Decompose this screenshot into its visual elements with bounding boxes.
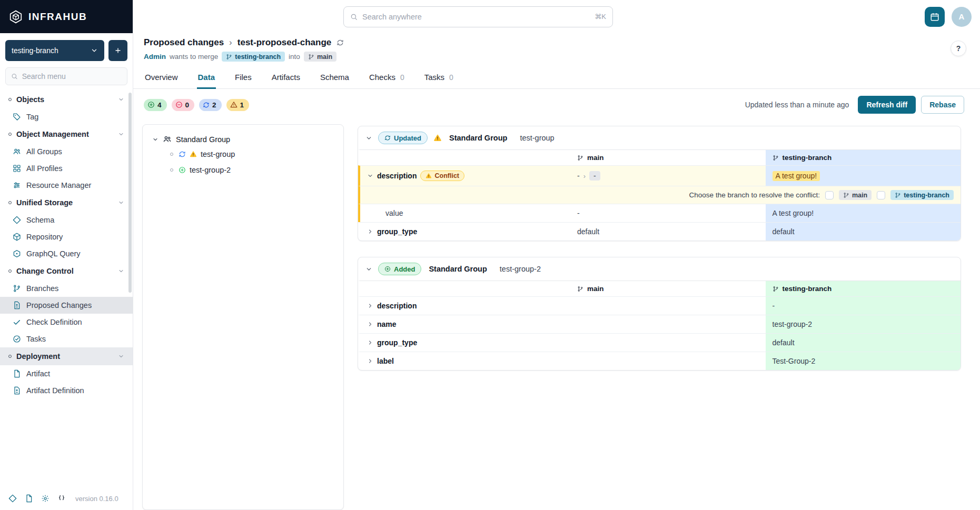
sidebar-item-branches[interactable]: Branches [0,280,133,297]
sidebar-item-repository[interactable]: Repository [0,228,133,245]
conflict-badge: Conflict [420,171,464,181]
add-branch-button[interactable] [108,40,127,61]
tab-label: Overview [145,73,178,82]
branch-selector[interactable]: testing-branch [5,40,104,61]
help-button[interactable]: ? [951,41,966,56]
sidebar-section-object-management[interactable]: Object Management [0,125,133,143]
testing-branch-column-header: testing-branch [766,281,961,296]
field-name: label [377,357,394,365]
sidebar-item-tag[interactable]: Tag [0,108,133,125]
chevron-right-icon [367,228,373,235]
tab-label: Files [235,73,252,82]
brand-name: INFRAHUB [28,11,87,23]
diff-row-description[interactable]: description Conflict - › - A [358,165,961,186]
rebase-button[interactable]: Rebase [921,96,964,114]
tasks-calendar-button[interactable] [925,7,945,27]
tab-schema[interactable]: Schema [319,67,350,89]
diff-toolbar-actions: Updated less than a minute ago Refresh d… [745,96,964,114]
sidebar-menu: Objects Tag Object Management All Groups… [0,89,133,487]
tab-files[interactable]: Files [234,67,253,89]
tab-overview[interactable]: Overview [144,67,179,89]
diff-panel-header[interactable]: Updated Standard Group test-group [358,126,961,149]
file-icon[interactable] [25,494,33,503]
resolve-testing-branch-checkbox[interactable] [877,191,885,199]
object-type-label: Standard Group [449,134,507,142]
sidebar-item-artifact-definition[interactable]: Artifact Definition [0,382,133,399]
sidebar-item-graphql-query[interactable]: GraphQL Query [0,245,133,262]
merge-into-text: into [289,53,300,61]
merge-author: Admin [144,53,166,61]
tree-node-label: Standard Group [176,135,230,144]
field-name: group_type [377,227,417,236]
merge-text: wants to merge [170,53,218,61]
sidebar: INFRAHUB testing-branch Objects [0,0,133,510]
docs-icon[interactable] [8,494,17,503]
field-name: value [360,204,570,222]
branch-value-cell: - [766,297,961,315]
section-bullet-icon [8,133,12,136]
sidebar-section-objects[interactable]: Objects [0,91,133,108]
main-value-cell [570,334,766,352]
tree-node-test-group-2[interactable]: test-group-2 [148,162,338,178]
menu-item-label: Branches [26,284,58,293]
field-column-header [360,150,570,165]
removed-count: 0 [185,101,190,109]
sidebar-item-check-definition[interactable]: Check Definition [0,314,133,331]
menu-item-label: GraphQL Query [26,249,81,258]
sidebar-section-deployment[interactable]: Deployment [0,347,133,365]
diff-row-group-type[interactable]: group_type default default [358,222,961,241]
menu-search[interactable] [5,67,127,85]
check-circle-icon [13,335,21,343]
branch-value-cell: A test group! [766,166,961,186]
main-column-header: main [570,281,766,296]
diff-row-group-type[interactable]: group_type default [358,333,961,352]
global-search-input[interactable] [362,13,590,21]
refresh-icon[interactable] [336,39,344,46]
sidebar-item-artifact[interactable]: Artifact [0,365,133,382]
section-label: Objects [16,95,44,104]
breadcrumb-parent[interactable]: Proposed changes [144,37,224,48]
diff-row-name[interactable]: name test-group-2 [358,315,961,333]
search-icon [11,73,18,80]
avatar[interactable]: A [952,7,972,27]
version-label: version 0.16.0 [75,495,118,503]
tree-node-label: test-group [201,150,235,158]
code-icon[interactable] [57,494,66,503]
tab-artifacts[interactable]: Artifacts [271,67,301,89]
sidebar-item-all-groups[interactable]: All Groups [0,143,133,160]
conflict-warning-icon [190,151,197,158]
diff-panel-header[interactable]: Added Standard Group test-group-2 [358,257,961,281]
tab-tasks[interactable]: Tasks0 [423,67,454,89]
tree-node-test-group[interactable]: test-group [148,146,338,162]
diff-row-label[interactable]: label Test-Group-2 [358,352,961,370]
sidebar-item-all-profiles[interactable]: All Profiles [0,160,133,177]
branch-selector-row: testing-branch [0,33,133,66]
field-name: description [377,172,417,180]
sidebar-item-resource-manager[interactable]: Resource Manager [0,177,133,194]
tab-data[interactable]: Data [197,67,216,89]
branch-icon [773,155,779,161]
sidebar-item-tasks[interactable]: Tasks [0,331,133,347]
sidebar-scrollbar[interactable] [128,93,132,293]
global-search[interactable]: ⌘K [343,6,613,27]
resolve-main-checkbox[interactable] [825,191,834,199]
tree-node-standard-group[interactable]: Standard Group [148,132,338,146]
sidebar-section-unified-storage[interactable]: Unified Storage [0,194,133,212]
branch-icon [13,284,21,293]
tab-checks[interactable]: Checks0 [368,67,405,89]
menu-search-input[interactable] [22,72,122,81]
object-type-label: Standard Group [429,265,487,273]
updated-count: 2 [212,101,216,109]
tab-label: Artifacts [272,73,300,82]
menu-item-label: Check Definition [26,318,82,326]
diff-row-description[interactable]: description - [358,296,961,315]
menu-item-label: Schema [26,216,54,224]
sidebar-item-schema[interactable]: Schema [0,212,133,228]
source-branch-badge: testing-branch [222,52,285,62]
diff-panel-test-group: Updated Standard Group test-group main [358,126,961,241]
gear-icon[interactable] [41,494,50,503]
refresh-diff-button[interactable]: Refresh diff [858,96,916,114]
branch-icon [577,286,583,292]
sidebar-section-change-control[interactable]: Change Control [0,262,133,280]
sidebar-item-proposed-changes[interactable]: Proposed Changes [0,297,133,314]
